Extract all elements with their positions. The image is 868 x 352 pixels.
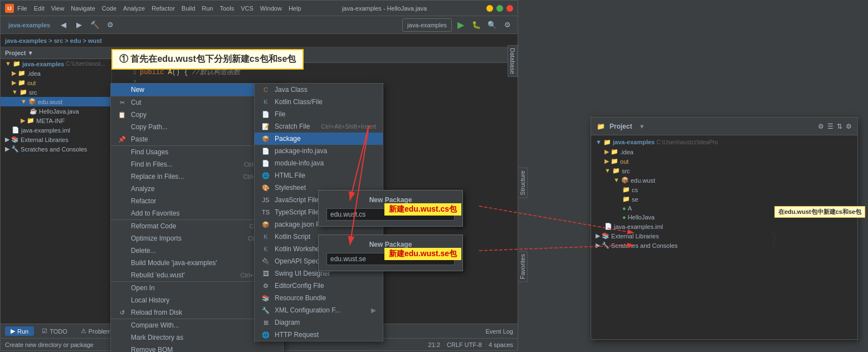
breadcrumb-text: java-examples > src > edu > wust: [5, 37, 102, 44]
sm-java-class[interactable]: CJava Class: [255, 84, 383, 96]
tree-edu-wust[interactable]: ▼ 📦 edu.wust: [1, 97, 111, 106]
debug-button[interactable]: 🐛: [470, 18, 483, 32]
pp2-header: 📁 Project ▼ ⚙ ☰ ⇅ ⚙: [591, 118, 857, 135]
project-panel: Project ▼ ▼ 📁 java-examples C:\Users\wus…: [1, 47, 112, 319]
menu-file[interactable]: File: [17, 5, 27, 12]
window-title: java-examples - HelloJava.java: [342, 5, 427, 12]
sm-kotlin-class[interactable]: KKotlin Class/File: [255, 96, 383, 108]
sm-file[interactable]: 📄File: [255, 108, 383, 120]
status-right: 21:2 CRLF UTF-8 4 spaces: [428, 341, 513, 348]
sm-package-info[interactable]: 📄package-info.java: [255, 145, 383, 157]
toolbar-forward[interactable]: ▶: [72, 18, 86, 32]
sm-module-info[interactable]: 📄module-info.java: [255, 157, 383, 169]
pp2-out[interactable]: ▶ 📁 out: [591, 157, 857, 166]
sm-editorconfig[interactable]: ⚙EditorConfig File: [255, 280, 383, 292]
pp2-edu-wust[interactable]: ▼ 📦 edu.wust: [591, 175, 857, 185]
sm-package[interactable]: 📦Package: [255, 133, 383, 145]
sm-http[interactable]: 🌐HTTP Request: [255, 329, 383, 341]
pp2-iml[interactable]: 📄 java-examples.iml: [591, 222, 857, 231]
panel-header-project: Project ▼: [1, 47, 111, 59]
menu-help[interactable]: Help: [289, 5, 301, 12]
pp2-src[interactable]: ▼ 📁 src: [591, 166, 857, 175]
tree-src[interactable]: ▼ 📁 src: [1, 87, 111, 97]
app-icon: IJ: [5, 4, 14, 13]
pp2-cs[interactable]: 📁 cs: [591, 185, 857, 194]
minimize-button[interactable]: [486, 5, 493, 12]
sm-diagram[interactable]: ⊞Diagram: [255, 316, 383, 329]
pp2-tree: ▼ 📁 java-examples C:\Users\wustzz\IdeaPr…: [591, 135, 857, 252]
title-bar: IJ File Edit View Navigate Code Analyze …: [1, 1, 518, 16]
toolbar-settings[interactable]: ⚙: [104, 18, 117, 32]
tree-out[interactable]: ▶ 📁 out: [1, 78, 111, 87]
pp2-list[interactable]: ☰: [827, 123, 833, 130]
tree-iml[interactable]: 📄 java-examples.iml: [1, 125, 111, 135]
toolbar-build[interactable]: 🔨: [88, 18, 101, 32]
toolbar: java-examples ◀ ▶ 🔨 ⚙ java-examples ▶ 🐛 …: [1, 16, 518, 34]
menu-bar[interactable]: File Edit View Navigate Code Analyze Ref…: [17, 5, 301, 12]
sm-resource-bundle[interactable]: 📚Resource Bundle: [255, 292, 383, 304]
status-left: Create new directory or package: [5, 341, 94, 348]
pp2-settings[interactable]: ⚙: [818, 123, 824, 130]
menu-code[interactable]: Code: [102, 5, 116, 12]
window-controls[interactable]: [486, 5, 513, 12]
sm-scratch-file[interactable]: 📝Scratch File Ctrl+Alt+Shift+Insert: [255, 120, 383, 133]
run-config-selector[interactable]: java-examples: [402, 18, 452, 32]
tree-meta-inf[interactable]: ▶ 📁 META-INF: [1, 116, 111, 125]
menu-tools[interactable]: Tools: [220, 5, 234, 12]
cursor-position: 21:2: [428, 341, 440, 348]
label-se: 新建edu.wust.se包: [384, 248, 461, 260]
run-button[interactable]: ▶: [454, 18, 467, 32]
pp2-sort[interactable]: ⇅: [837, 123, 842, 130]
pp2-root[interactable]: ▼ 📁 java-examples C:\Users\wustzz\IdeaPr…: [591, 138, 857, 147]
label-cs: 新建edu.wust.cs包: [384, 203, 461, 216]
project-panel-2: 📁 Project ▼ ⚙ ☰ ⇅ ⚙ ▼ 📁 java-examples C:…: [591, 117, 858, 340]
event-log[interactable]: Event Log: [485, 328, 513, 335]
structure-tab[interactable]: Structure: [518, 168, 528, 198]
bottom-tab-run[interactable]: ▶ Run: [5, 326, 34, 336]
pp2-ext-libs[interactable]: ▶ 📚 External Libraries: [591, 231, 857, 241]
pp2-gear[interactable]: ⚙: [846, 123, 852, 130]
close-button[interactable]: [506, 5, 513, 12]
toolbar-back[interactable]: ◀: [57, 18, 70, 32]
npd-title-2: New Package: [326, 241, 455, 248]
npd-title-1: New Package: [326, 196, 455, 204]
annotation-step1: ① 首先在edu.wust包下分别新建cs包和se包: [111, 49, 304, 70]
toolbar-gear[interactable]: ⚙: [501, 18, 514, 32]
pp2-title: Project: [609, 123, 632, 130]
breadcrumb: java-examples > src > edu > wust: [1, 34, 518, 47]
menu-window[interactable]: Window: [260, 5, 282, 12]
favorites-tab[interactable]: Favorites: [518, 251, 528, 282]
menu-run[interactable]: Run: [202, 5, 213, 12]
toolbar-search[interactable]: 🔍: [485, 18, 499, 32]
menu-build[interactable]: Build: [182, 5, 195, 12]
pp2-se[interactable]: 📁 se: [591, 194, 857, 204]
indent-info: 4 spaces: [489, 341, 513, 348]
pp2-idea[interactable]: ▶ 📁 .idea: [591, 147, 857, 157]
tree-hellojava[interactable]: ☕ HelloJava.java: [1, 106, 111, 116]
tree-idea[interactable]: ▶ 📁 .idea: [1, 69, 111, 78]
tree-root[interactable]: ▼ 📁 java-examples C:\Users\wust...: [1, 59, 111, 69]
menu-analyze[interactable]: Analyze: [123, 5, 145, 12]
tree-ext-libs[interactable]: ▶ 📚 External Libraries: [1, 135, 111, 144]
maximize-button[interactable]: [496, 5, 503, 12]
sm-xml-config[interactable]: 🔧XML Configuration F... ▶: [255, 304, 383, 316]
menu-edit[interactable]: Edit: [34, 5, 45, 12]
sm-html[interactable]: 🌐HTML File: [255, 169, 383, 182]
menu-navigate[interactable]: Navigate: [71, 5, 95, 12]
bottom-tab-todo[interactable]: ☑ TODO: [36, 326, 73, 336]
menu-refactor[interactable]: Refactor: [152, 5, 175, 12]
menu-vcs[interactable]: VCS: [241, 5, 253, 12]
line-ending: CRLF UTF-8: [447, 341, 482, 348]
bracket-label: 在edu.wust包中新建cs和se包: [774, 206, 865, 218]
cm-remove-bom[interactable]: Remove BOM: [111, 344, 283, 352]
tree-scratches[interactable]: ▶ 🔧 Scratches and Consoles: [1, 144, 111, 154]
project-selector[interactable]: java-examples: [4, 18, 55, 32]
menu-view[interactable]: View: [51, 5, 65, 12]
pp2-scratches[interactable]: ▶ 🔧 Scratches and Consoles: [591, 241, 857, 250]
database-tab[interactable]: Database: [508, 45, 518, 77]
